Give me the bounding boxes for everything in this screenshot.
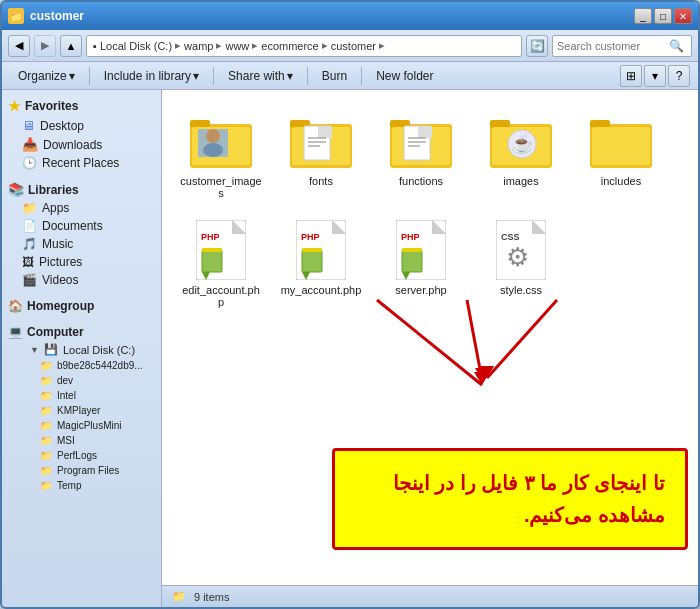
svg-rect-41	[302, 250, 322, 272]
disk-subfolder-icon-magic: 📁	[40, 420, 52, 431]
sidebar: ★ Favorites 🖥 Desktop 📥 Downloads 🕒 Rece…	[2, 90, 162, 607]
window-controls: _ □ ✕	[634, 8, 692, 24]
file-item-style-css[interactable]: ⚙ CSS style.css	[476, 213, 566, 312]
sidebar-item-recent[interactable]: 🕒 Recent Places	[2, 154, 161, 172]
refresh-button[interactable]: 🔄	[526, 35, 548, 57]
file-item-edit-account[interactable]: PHP edit_account.php	[176, 213, 266, 312]
maximize-button[interactable]: □	[654, 8, 672, 24]
file-icon-style-css: ⚙ CSS	[486, 217, 556, 282]
new-folder-button[interactable]: New folder	[368, 67, 441, 85]
sidebar-disk-item-0[interactable]: 📁 b9be28c5442db9...	[2, 358, 161, 373]
svg-rect-1	[190, 120, 210, 128]
toolbar-separator-2	[213, 67, 214, 85]
svg-rect-43	[302, 248, 322, 252]
disk-subfolder-icon-dev: 📁	[40, 375, 52, 386]
file-label-images: images	[503, 175, 538, 187]
include-button[interactable]: Include in library ▾	[96, 67, 207, 85]
libraries-label: Libraries	[28, 183, 79, 197]
recent-label: Recent Places	[42, 156, 119, 170]
svg-rect-11	[318, 126, 332, 138]
computer-label: Computer	[27, 325, 84, 339]
documents-icon: 📄	[22, 219, 37, 233]
svg-rect-48	[402, 250, 422, 272]
file-item-server[interactable]: PHP server.php	[376, 213, 466, 312]
sidebar-item-apps[interactable]: 📁 Apps	[2, 199, 161, 217]
sidebar-disk-item-intel[interactable]: 📁 Intel	[2, 388, 161, 403]
sidebar-disk-item-prog[interactable]: 📁 Program Files	[2, 463, 161, 478]
address-bar: ◀ ▶ ▲ ▪ Local Disk (C:) ▸ wamp ▸ www ▸ e…	[2, 30, 698, 62]
burn-label: Burn	[322, 69, 347, 83]
up-button[interactable]: ▲	[60, 35, 82, 57]
file-label-fonts: fonts	[309, 175, 333, 187]
disk-subfolder-magic: MagicPlusMini	[57, 420, 121, 431]
include-label: Include in library	[104, 69, 191, 83]
title-bar-left: 📁 customer	[8, 8, 84, 24]
organize-chevron: ▾	[69, 69, 75, 83]
sidebar-disk-item-perf[interactable]: 📁 PerfLogs	[2, 448, 161, 463]
file-icon-server: PHP	[386, 217, 456, 282]
libraries-group[interactable]: 📚 Libraries	[2, 180, 161, 199]
file-label-my-account: my_account.php	[281, 284, 362, 296]
computer-group[interactable]: 💻 Computer	[2, 323, 161, 341]
file-item-fonts[interactable]: fonts	[276, 104, 366, 203]
svg-point-6	[203, 143, 223, 157]
minimize-button[interactable]: _	[634, 8, 652, 24]
apps-label: Apps	[42, 201, 69, 215]
file-item-customer-images[interactable]: customer_images	[176, 104, 266, 203]
videos-label: Videos	[42, 273, 78, 287]
favorites-label: Favorites	[25, 99, 78, 113]
folder-icon-images: ☕	[486, 108, 556, 173]
file-item-functions[interactable]: functions	[376, 104, 466, 203]
pictures-icon: 🖼	[22, 255, 34, 269]
annotation-line1: تا اینجای کار ما ۳ فایل را در اینجا	[393, 472, 665, 494]
burn-button[interactable]: Burn	[314, 67, 355, 85]
disk-subfolder-icon-perf: 📁	[40, 450, 52, 461]
window-icon: 📁	[8, 8, 24, 24]
disk-subfolder-dev: dev	[57, 375, 73, 386]
view-options-button[interactable]: ⊞	[620, 65, 642, 87]
sidebar-disk-item-temp[interactable]: 📁 Temp	[2, 478, 161, 493]
sidebar-item-documents[interactable]: 📄 Documents	[2, 217, 161, 235]
sidebar-item-downloads[interactable]: 📥 Downloads	[2, 135, 161, 154]
view-toggle-button[interactable]: ▾	[644, 65, 666, 87]
share-button[interactable]: Share with ▾	[220, 67, 301, 85]
svg-rect-24	[490, 120, 510, 128]
organize-button[interactable]: Organize ▾	[10, 67, 83, 85]
music-icon: 🎵	[22, 237, 37, 251]
disk-subfolder-temp: Temp	[57, 480, 81, 491]
sidebar-item-pictures[interactable]: 🖼 Pictures	[2, 253, 161, 271]
disk-subfolder-perf: PerfLogs	[57, 450, 97, 461]
back-button[interactable]: ◀	[8, 35, 30, 57]
help-button[interactable]: ?	[668, 65, 690, 87]
file-item-includes[interactable]: includes	[576, 104, 666, 203]
sidebar-local-disk[interactable]: ▼ 💾 Local Disk (C:)	[2, 341, 161, 358]
sidebar-item-music[interactable]: 🎵 Music	[2, 235, 161, 253]
close-button[interactable]: ✕	[674, 8, 692, 24]
file-item-my-account[interactable]: PHP my_account.php	[276, 213, 366, 312]
file-label-style-css: style.css	[500, 284, 542, 296]
path-customer: customer	[331, 40, 376, 52]
svg-text:⚙: ⚙	[506, 242, 529, 272]
toolbar-separator-4	[361, 67, 362, 85]
favorites-group[interactable]: ★ Favorites	[2, 96, 161, 116]
address-path[interactable]: ▪ Local Disk (C:) ▸ wamp ▸ www ▸ ecommer…	[86, 35, 522, 57]
search-input[interactable]	[557, 40, 667, 52]
svg-text:☕: ☕	[511, 133, 534, 155]
organize-label: Organize	[18, 69, 67, 83]
content-area: customer_images	[162, 90, 698, 585]
sidebar-disk-item-magic[interactable]: 📁 MagicPlusMini	[2, 418, 161, 433]
sidebar-disk-item-dev[interactable]: 📁 dev	[2, 373, 161, 388]
title-bar: 📁 customer _ □ ✕	[2, 2, 698, 30]
status-items-count: 9 items	[194, 591, 229, 603]
search-box[interactable]: 🔍	[552, 35, 692, 57]
sidebar-item-desktop[interactable]: 🖥 Desktop	[2, 116, 161, 135]
sidebar-disk-item-kmp[interactable]: 📁 KMPlayer	[2, 403, 161, 418]
svg-point-5	[206, 129, 220, 143]
file-item-images[interactable]: ☕ images	[476, 104, 566, 203]
homegroup-group[interactable]: 🏠 Homegroup	[2, 297, 161, 315]
forward-button[interactable]: ▶	[34, 35, 56, 57]
favorites-icon: ★	[8, 98, 21, 114]
sidebar-item-videos[interactable]: 🎬 Videos	[2, 271, 161, 289]
path-wamp: wamp	[184, 40, 213, 52]
sidebar-disk-item-msi[interactable]: 📁 MSI	[2, 433, 161, 448]
